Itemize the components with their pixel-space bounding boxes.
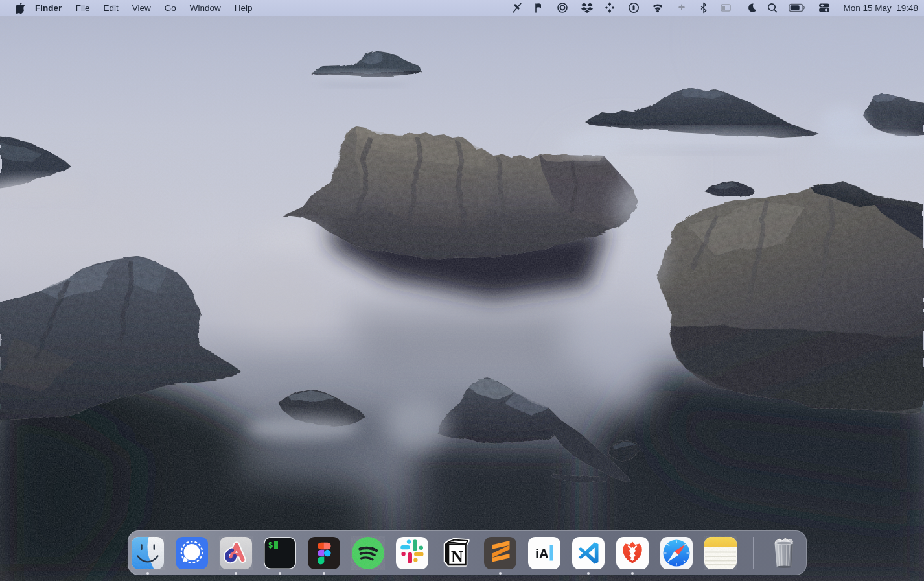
svg-text:$: $ xyxy=(268,541,273,551)
svg-text:N: N xyxy=(451,547,463,566)
svg-text:iA: iA xyxy=(535,546,549,561)
